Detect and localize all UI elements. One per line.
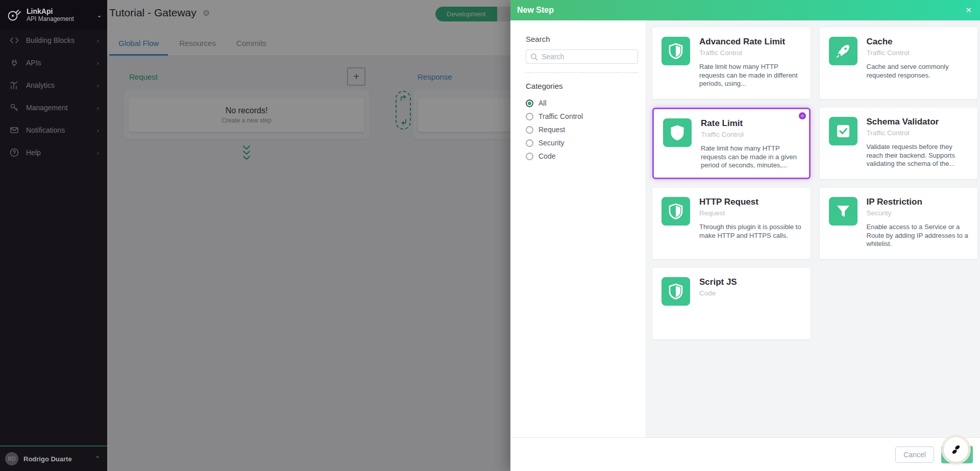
plugin-card[interactable]: Script JS Code xyxy=(652,268,811,339)
key-icon xyxy=(9,103,19,113)
drawer-body: Search Categories All xyxy=(510,20,980,437)
chevron-down-icon: ⌄ xyxy=(96,11,102,19)
radio-icon[interactable] xyxy=(526,126,533,134)
radio-icon[interactable] xyxy=(526,139,533,147)
sidebar-item[interactable]: Analytics › xyxy=(0,74,107,96)
sidebar-item[interactable]: Building Blocks › xyxy=(0,29,107,52)
chevron-right-icon: › xyxy=(97,37,99,44)
plugin-text: Rate Limit Traffic Control Rate limit ho… xyxy=(701,118,800,170)
avatar: RD xyxy=(5,452,18,465)
category-radio-label: All xyxy=(538,99,547,107)
shield-half-icon xyxy=(668,283,683,300)
plugin-text: Script JS Code xyxy=(699,277,801,297)
linkapi-logo-icon xyxy=(6,7,22,23)
plugin-description: Rate limit how many HTTP requests can be… xyxy=(701,144,800,170)
chevron-right-icon: › xyxy=(97,82,99,89)
plugin-tile xyxy=(829,37,857,65)
plugin-title: Cache xyxy=(867,37,969,47)
sidebar-item[interactable]: Notifications › xyxy=(0,119,107,141)
plugin-description: Through this plugin it is possible to ma… xyxy=(699,223,801,240)
sidebar-item[interactable]: Management › xyxy=(0,96,107,119)
new-step-drawer: New Step ✕ Search Categories All xyxy=(510,0,980,471)
sidebar-item-label: Analytics xyxy=(26,81,97,89)
sidebar-item-label: Help xyxy=(26,148,97,157)
categories-label: Categories xyxy=(526,82,634,90)
category-radio-option[interactable]: Security xyxy=(526,136,634,150)
chart-icon xyxy=(9,80,19,90)
plugin-category: Traffic Control xyxy=(867,129,969,137)
radio-icon[interactable] xyxy=(526,113,533,120)
chevron-up-icon: ⌃ xyxy=(95,455,100,462)
brand-subtitle: API Management xyxy=(27,15,96,23)
radio-icon[interactable] xyxy=(526,100,533,107)
sidebar-item-label: Building Blocks xyxy=(26,36,97,44)
funnel-icon xyxy=(836,204,851,219)
category-radio-group: All Traffic Control Request xyxy=(526,96,634,163)
category-radio-label: Code xyxy=(538,152,555,160)
plugin-description: Rate limit how many HTTP requests can be… xyxy=(699,63,801,88)
plugin-tile xyxy=(829,117,857,145)
plugin-description: Validate requests before they reach thei… xyxy=(867,143,969,168)
shield-half-icon xyxy=(668,203,683,219)
code-icon xyxy=(9,35,19,45)
brand-header[interactable]: LinkApi API Management ⌄ xyxy=(0,0,107,30)
plugin-tile xyxy=(662,197,690,226)
search-box xyxy=(526,49,638,64)
plugin-category: Traffic Control xyxy=(867,49,969,57)
chevron-right-icon: › xyxy=(97,149,99,157)
plugin-text: Cache Traffic Control Cache and serve co… xyxy=(867,37,969,80)
drawer-title: New Step xyxy=(517,6,965,15)
sidebar-item-label: APIs xyxy=(26,59,97,67)
plugin-card[interactable]: Advanced Rate Limit Traffic Control Rate… xyxy=(652,28,811,99)
plugin-description: Cache and serve commonly requested respo… xyxy=(867,63,969,80)
plugin-card[interactable]: Rate Limit Traffic Control Rate limit ho… xyxy=(652,108,811,179)
close-icon[interactable]: ✕ xyxy=(965,6,972,15)
plugin-tile xyxy=(662,37,690,65)
category-radio-option[interactable]: Code xyxy=(526,150,634,163)
chevron-right-icon: › xyxy=(97,127,99,134)
brand-text: LinkApi API Management xyxy=(27,7,96,23)
plugin-title: IP Restriction xyxy=(867,197,969,207)
plugin-category: Traffic Control xyxy=(701,131,800,138)
user-menu[interactable]: RD Rodrigo Duarte ⌃ xyxy=(0,445,107,471)
category-radio-label: Security xyxy=(538,139,565,147)
plugin-tile xyxy=(829,197,857,226)
sidebar-item[interactable]: Help › xyxy=(0,141,107,164)
drawer-header: New Step ✕ xyxy=(510,0,980,20)
plugin-card[interactable]: Cache Traffic Control Cache and serve co… xyxy=(820,28,978,99)
selected-badge xyxy=(799,112,806,119)
brand-name: LinkApi xyxy=(27,7,96,15)
plugin-category: Code xyxy=(699,289,801,297)
sidebar-item[interactable]: APIs › xyxy=(0,52,107,74)
plugin-card[interactable]: HTTP Request Request Through this plugin… xyxy=(652,188,811,259)
plugin-description: Enable access to a Service or a Route by… xyxy=(867,223,969,249)
plugin-text: IP Restriction Security Enable access to… xyxy=(867,197,969,249)
category-radio-label: Traffic Control xyxy=(538,112,583,120)
shield-solid-icon xyxy=(670,125,685,141)
plugin-title: Script JS xyxy=(699,277,801,287)
sidebar-item-label: Management xyxy=(26,104,97,112)
chevron-right-icon: › xyxy=(97,104,99,112)
category-radio-option[interactable]: All xyxy=(526,96,634,110)
mail-icon xyxy=(9,125,19,135)
chevron-right-icon: › xyxy=(97,59,99,67)
category-radio-option[interactable]: Request xyxy=(526,123,634,136)
plugin-grid: Advanced Rate Limit Traffic Control Rate… xyxy=(652,28,977,339)
plugin-title: Advanced Rate Limit xyxy=(699,37,801,47)
drawer-footer: Cancel xyxy=(510,437,980,471)
filter-panel: Search Categories All xyxy=(510,20,646,437)
floating-widget-button[interactable] xyxy=(944,437,968,462)
plugin-card[interactable]: IP Restriction Security Enable access to… xyxy=(820,188,978,259)
cancel-button[interactable]: Cancel xyxy=(895,447,934,463)
plugin-card[interactable]: Schema Validator Traffic Control Validat… xyxy=(820,108,978,179)
user-name: Rodrigo Duarte xyxy=(23,455,95,463)
check-square-icon xyxy=(835,123,851,139)
plugin-title: HTTP Request xyxy=(699,197,801,207)
modal-backdrop[interactable] xyxy=(107,0,510,471)
plugin-category: Traffic Control xyxy=(699,49,801,57)
category-radio-option[interactable]: Traffic Control xyxy=(526,110,634,123)
category-radio-label: Request xyxy=(538,126,565,134)
plugin-category: Request xyxy=(699,209,801,217)
search-input[interactable] xyxy=(542,53,633,61)
radio-icon[interactable] xyxy=(526,153,533,160)
